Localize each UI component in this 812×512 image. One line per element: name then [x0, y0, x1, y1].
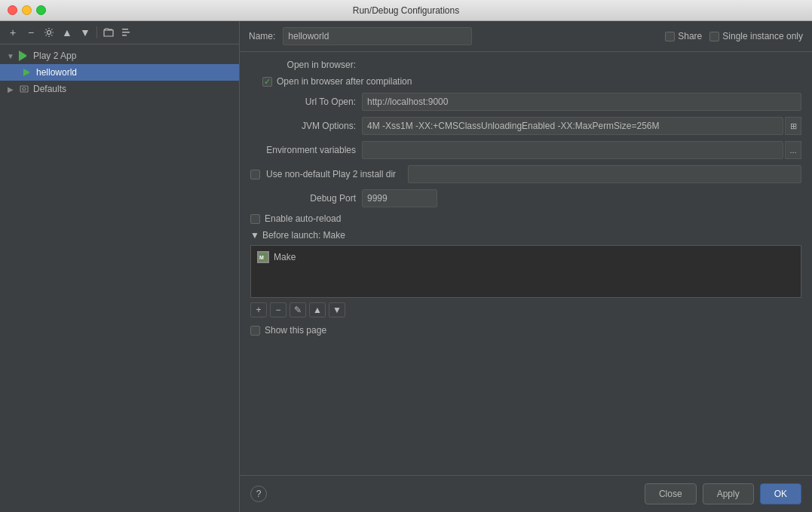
open-after-compilation-checkbox[interactable]: ✓ — [262, 77, 272, 87]
left-toolbar: + − ▲ ▼ — [0, 21, 239, 44]
before-launch-add-button[interactable]: + — [250, 302, 267, 317]
move-up-button[interactable]: ▲ — [59, 24, 75, 41]
url-input[interactable] — [362, 93, 801, 111]
remove-config-button[interactable]: − — [23, 24, 39, 41]
open-in-browser-label: Open in browser: — [250, 60, 356, 70]
make-item-label: Make — [274, 252, 296, 262]
close-button[interactable]: Close — [645, 483, 697, 504]
move-down-button[interactable]: ▼ — [77, 24, 93, 41]
play2app-label: Play 2 App — [33, 51, 76, 61]
before-launch-up-button[interactable]: ▲ — [309, 302, 326, 317]
apply-button[interactable]: Apply — [703, 483, 754, 504]
toolbar-separator — [97, 26, 97, 38]
jvm-input-container: ⊞ — [362, 117, 801, 135]
env-row: Environment variables ... — [250, 141, 801, 159]
sort-button[interactable] — [118, 24, 135, 41]
url-label: Url To Open: — [250, 97, 356, 107]
titlebar: Run/Debug Configurations — [0, 0, 812, 21]
before-launch-header[interactable]: ▼ Before launch: Make — [250, 230, 801, 241]
svg-point-0 — [47, 31, 51, 35]
debug-port-label: Debug Port — [250, 193, 356, 204]
defaults-arrow: ▶ — [6, 84, 15, 94]
non-default-label: Use non-default Play 2 install dir — [266, 169, 396, 179]
before-launch-edit-button[interactable]: ✎ — [290, 302, 306, 317]
share-label: Share — [678, 31, 702, 41]
open-after-compilation-row: ✓ Open in browser after compilation — [262, 76, 801, 87]
before-launch-list: M Make — [250, 245, 801, 298]
non-default-row: Use non-default Play 2 install dir — [250, 165, 801, 183]
show-page-checkbox[interactable] — [250, 326, 260, 336]
before-launch-remove-button[interactable]: − — [270, 302, 286, 317]
non-default-checkbox[interactable] — [250, 170, 260, 179]
make-item: M Make — [254, 249, 798, 265]
enable-autoreload-label: Enable auto-reload — [265, 213, 341, 224]
tree-area: ▼ Play 2 App helloworld ▶ — [0, 44, 239, 512]
url-row: Url To Open: — [250, 93, 801, 111]
collapse-icon: ▼ — [250, 230, 259, 241]
single-instance-option: Single instance only — [709, 31, 803, 41]
share-checkbox[interactable] — [665, 32, 675, 41]
env-label: Environment variables — [250, 145, 356, 155]
tree-item-play2app[interactable]: ▼ Play 2 App — [0, 48, 239, 64]
debug-port-row: Debug Port — [250, 189, 801, 207]
svg-text:M: M — [259, 255, 264, 260]
jvm-row: JVM Options: ⊞ — [250, 117, 801, 135]
right-header: Name: Share Single instance only — [240, 21, 812, 52]
help-button[interactable]: ? — [250, 486, 267, 502]
svg-rect-1 — [122, 29, 128, 30]
defaults-icon — [18, 83, 30, 95]
settings-button[interactable] — [41, 24, 57, 41]
name-label: Name: — [249, 31, 275, 41]
make-icon: M — [257, 251, 269, 263]
debug-port-input[interactable] — [362, 189, 437, 207]
add-config-button[interactable]: + — [5, 24, 21, 41]
main-content: + − ▲ ▼ — [0, 21, 812, 512]
close-window-button[interactable] — [8, 5, 17, 15]
ok-button[interactable]: OK — [760, 483, 801, 504]
single-instance-label: Single instance only — [722, 31, 803, 41]
before-launch-label: Before launch: Make — [262, 230, 345, 241]
name-input[interactable] — [283, 27, 471, 45]
jvm-label: JVM Options: — [250, 121, 356, 131]
helloworld-icon — [21, 66, 33, 78]
enable-autoreload-row: Enable auto-reload — [250, 213, 801, 224]
share-option: Share — [665, 31, 702, 41]
play2app-arrow: ▼ — [6, 51, 15, 60]
before-launch-down-button[interactable]: ▼ — [329, 302, 345, 317]
jvm-expand-button[interactable]: ⊞ — [785, 117, 801, 135]
play2app-icon — [18, 50, 30, 62]
non-default-input[interactable] — [408, 165, 801, 183]
window-controls[interactable] — [8, 5, 46, 15]
right-panel: Name: Share Single instance only Open in… — [240, 21, 812, 512]
enable-autoreload-checkbox[interactable] — [250, 214, 260, 224]
svg-point-5 — [23, 87, 26, 90]
helloworld-label: helloworld — [36, 67, 77, 78]
show-page-label: Show this page — [265, 325, 326, 336]
svg-rect-4 — [20, 86, 28, 92]
open-after-compilation-checkmark: ✓ — [264, 77, 271, 87]
tree-item-defaults[interactable]: ▶ Defaults — [0, 81, 239, 97]
open-after-compilation-label: Open in browser after compilation — [277, 76, 412, 87]
show-page-row: Show this page — [250, 325, 801, 336]
maximize-window-button[interactable] — [36, 5, 46, 15]
window-title: Run/Debug Configurations — [353, 5, 459, 16]
svg-rect-2 — [122, 32, 130, 33]
tree-item-helloworld[interactable]: helloworld — [0, 64, 239, 81]
open-in-browser-row: Open in browser: — [250, 60, 801, 70]
form-content: Open in browser: ✓ Open in browser after… — [240, 52, 812, 475]
svg-rect-3 — [122, 35, 127, 36]
env-input-container: ... — [362, 141, 801, 159]
bottom-bar: ? Close Apply OK — [240, 475, 812, 512]
folder-button[interactable] — [100, 24, 117, 41]
before-launch-section: ▼ Before launch: Make M Make — [250, 230, 801, 336]
env-dots-button[interactable]: ... — [785, 141, 801, 159]
mini-toolbar: + − ✎ ▲ ▼ — [250, 302, 801, 317]
defaults-label: Defaults — [33, 84, 66, 94]
jvm-input[interactable] — [362, 117, 783, 135]
env-input[interactable] — [362, 141, 783, 159]
single-instance-checkbox[interactable] — [709, 32, 719, 41]
left-panel: + − ▲ ▼ — [0, 21, 240, 512]
minimize-window-button[interactable] — [22, 5, 32, 15]
